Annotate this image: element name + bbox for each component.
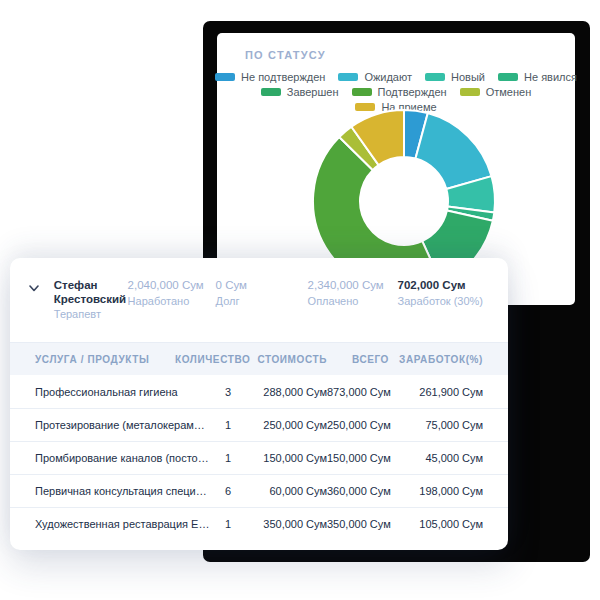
panel-title: ПО СТАТУСУ — [245, 49, 326, 61]
doctor-stats: 2,040,000 СумНаработано0 СумДолг2,340,00… — [128, 278, 483, 308]
legend-item[interactable]: Отменен — [460, 86, 532, 98]
cell-value: 75,000 Сум — [389, 419, 483, 431]
service-name: Первичная консультация специ… — [35, 485, 175, 497]
table-row[interactable]: Профессиональная гигиена3288,000 Сум873,… — [10, 375, 508, 408]
cell-value: 1 — [175, 452, 247, 464]
stat-label: Долг — [216, 294, 308, 308]
column-header[interactable]: ЗАРАБОТОК(%) — [389, 354, 483, 365]
page: ПО СТАТУСУ Не подтвержденОжидаютНовыйНе … — [0, 0, 600, 600]
column-header[interactable]: ВСЕГО — [327, 354, 389, 365]
stat-1: 2,040,000 СумНаработано — [128, 278, 216, 308]
legend-item[interactable]: Подтвержден — [352, 86, 447, 98]
table-row[interactable]: Протезирование (металокерам…1250,000 Сум… — [10, 408, 508, 441]
stat-value: 2,340,000 Сум — [308, 278, 398, 292]
legend-item[interactable]: Не подтвержден — [215, 71, 325, 83]
expand-toggle[interactable] — [26, 278, 43, 292]
legend-swatch-icon — [425, 73, 445, 81]
cell-value: 350,000 Сум — [327, 518, 389, 530]
legend-swatch-icon — [498, 73, 518, 81]
stat-2: 0 СумДолг — [216, 278, 308, 308]
cell-value: 3 — [175, 386, 247, 398]
column-header[interactable]: КОЛИЧЕСТВО — [175, 354, 247, 365]
stat-value: 2,040,000 Сум — [128, 278, 216, 292]
cell-value: 250,000 Сум — [327, 419, 389, 431]
services-table: УСЛУГА / ПРОДУКТЫКОЛИЧЕСТВОСТОИМОСТЬВСЕГ… — [10, 342, 508, 540]
table-row[interactable]: Промбирование каналов (посто…1150,000 Су… — [10, 441, 508, 474]
donut-slice[interactable] — [415, 113, 491, 189]
legend-label: Подтвержден — [378, 86, 447, 98]
legend-label: Не явился — [524, 71, 577, 83]
service-name: Художественная реставрация Е… — [35, 518, 175, 530]
legend-label: Не подтвержден — [241, 71, 325, 83]
cell-value: 1 — [175, 518, 247, 530]
cell-value: 45,000 Сум — [389, 452, 483, 464]
stat-value: 702,000 Сум — [398, 278, 483, 292]
table-header-row: УСЛУГА / ПРОДУКТЫКОЛИЧЕСТВОСТОИМОСТЬВСЕГ… — [10, 342, 508, 375]
service-name: Промбирование каналов (посто… — [35, 452, 175, 464]
legend-item[interactable]: Не явился — [498, 71, 577, 83]
legend-swatch-icon — [338, 73, 358, 81]
legend-label: Новый — [451, 71, 485, 83]
table-row[interactable]: Художественная реставрация Е…1350,000 Су… — [10, 507, 508, 540]
stat-3: 2,340,000 СумОплачено — [308, 278, 398, 308]
legend-swatch-icon — [215, 73, 235, 81]
stat-label: Наработано — [128, 294, 216, 308]
legend-item[interactable]: Завершен — [261, 86, 339, 98]
doctor-name: Стефан Крестовский — [54, 278, 128, 306]
doctor-summary-row[interactable]: Стефан Крестовский Терапевт 2,040,000 Су… — [10, 258, 508, 342]
cell-value: 288,000 Сум — [247, 386, 327, 398]
cell-value: 350,000 Сум — [247, 518, 327, 530]
cell-value: 261,900 Сум — [389, 386, 483, 398]
cell-value: 250,000 Сум — [247, 419, 327, 431]
stat-label: Оплачено — [308, 294, 398, 308]
service-name: Протезирование (металокерам… — [35, 419, 175, 431]
column-header[interactable]: СТОИМОСТЬ — [247, 354, 327, 365]
legend-swatch-icon — [261, 88, 281, 96]
service-name: Профессиональная гигиена — [35, 386, 175, 398]
doctor-report-card: Стефан Крестовский Терапевт 2,040,000 Су… — [10, 258, 508, 550]
doctor-role: Терапевт — [54, 308, 128, 320]
cell-value: 198,000 Сум — [389, 485, 483, 497]
cell-value: 150,000 Сум — [247, 452, 327, 464]
cell-value: 150,000 Сум — [327, 452, 389, 464]
legend-item[interactable]: Новый — [425, 71, 485, 83]
chevron-down-icon — [29, 285, 39, 292]
cell-value: 1 — [175, 419, 247, 431]
legend-swatch-icon — [352, 88, 372, 96]
cell-value: 60,000 Сум — [247, 485, 327, 497]
cell-value: 360,000 Сум — [327, 485, 389, 497]
legend-label: Ожидают — [364, 71, 412, 83]
cell-value: 105,000 Сум — [389, 518, 483, 530]
cell-value: 6 — [175, 485, 247, 497]
stat-4: 702,000 СумЗаработок (30%) — [398, 278, 483, 308]
stat-label: Заработок (30%) — [398, 294, 483, 308]
table-body: Профессиональная гигиена3288,000 Сум873,… — [10, 375, 508, 540]
column-header[interactable]: УСЛУГА / ПРОДУКТЫ — [35, 354, 175, 365]
legend-row: Не подтвержденОжидаютНовыйНе явился — [215, 71, 577, 83]
legend-row: ЗавершенПодтвержденОтменен — [261, 86, 531, 98]
doctor-info: Стефан Крестовский Терапевт — [54, 278, 128, 320]
legend-swatch-icon — [460, 88, 480, 96]
table-row[interactable]: Первичная консультация специ…660,000 Сум… — [10, 474, 508, 507]
legend-label: Завершен — [287, 86, 339, 98]
legend-item[interactable]: Ожидают — [338, 71, 412, 83]
cell-value: 873,000 Сум — [327, 386, 389, 398]
stat-value: 0 Сум — [216, 278, 308, 292]
legend-label: Отменен — [486, 86, 532, 98]
